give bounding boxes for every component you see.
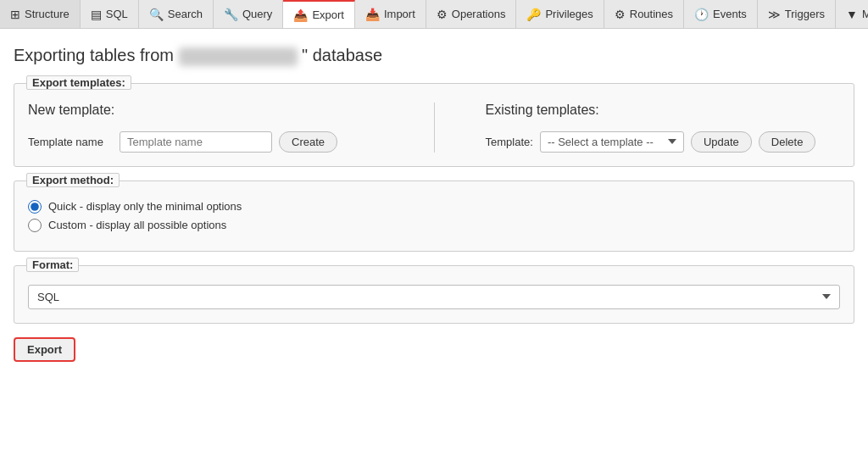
- format-legend: Format:: [26, 258, 79, 272]
- nav-label-export: Export: [312, 8, 344, 21]
- new-template-heading: New template:: [28, 103, 383, 118]
- template-select[interactable]: -- Select a template --: [540, 131, 684, 153]
- export-templates-legend: Export templates:: [26, 75, 131, 90]
- create-button[interactable]: Create: [279, 131, 337, 153]
- custom-option-row: Custom - display all possible options: [28, 219, 840, 232]
- nav-item-more[interactable]: ▼ More: [836, 0, 868, 28]
- export-button[interactable]: Export: [14, 337, 75, 362]
- format-section: Format: SQL CSV XML JSON PDF Excel: [14, 265, 854, 324]
- quick-radio-label: Quick - display only the minimal options: [48, 200, 242, 213]
- nav-label-sql: SQL: [106, 8, 128, 20]
- custom-radio[interactable]: [28, 219, 42, 232]
- export-method-section: Export method: Quick - display only the …: [14, 180, 854, 252]
- export-icon: 📤: [293, 8, 308, 22]
- nav-label-query: Query: [242, 8, 272, 20]
- nav-label-events: Events: [713, 8, 747, 20]
- nav-item-operations[interactable]: ⚙ Operations: [426, 0, 517, 28]
- page-title: Exporting tables from " database: [14, 46, 854, 66]
- nav-item-events[interactable]: 🕐 Events: [684, 0, 758, 28]
- nav-label-operations: Operations: [452, 8, 506, 20]
- existing-templates-col: Existing templates: Template: -- Select …: [486, 103, 841, 153]
- custom-radio-label: Custom - display all possible options: [48, 219, 226, 231]
- nav-label-search: Search: [168, 8, 203, 20]
- more-icon: ▼: [846, 8, 858, 21]
- export-button-container: Export: [14, 337, 854, 362]
- sql-icon: ▤: [91, 8, 102, 21]
- templates-divider: [434, 103, 435, 153]
- triggers-icon: ≫: [768, 8, 781, 21]
- template-select-label: Template:: [486, 136, 533, 148]
- quick-option-row: Quick - display only the minimal options: [28, 200, 840, 214]
- nav-label-more: More: [862, 8, 868, 20]
- nav-item-triggers[interactable]: ≫ Triggers: [758, 0, 836, 28]
- operations-icon: ⚙: [437, 8, 448, 21]
- nav-item-query[interactable]: 🔧 Query: [214, 0, 283, 28]
- privileges-icon: 🔑: [526, 8, 541, 21]
- routines-icon: ⚙: [615, 8, 626, 21]
- format-select[interactable]: SQL CSV XML JSON PDF Excel: [28, 285, 840, 309]
- existing-template-heading: Existing templates:: [486, 103, 841, 118]
- nav-label-import: Import: [384, 8, 415, 20]
- nav-item-structure[interactable]: ⊞ Structure: [0, 0, 81, 28]
- search-icon: 🔍: [149, 8, 164, 21]
- nav-label-routines: Routines: [630, 8, 673, 20]
- query-icon: 🔧: [224, 8, 238, 21]
- db-name-blurred: [179, 47, 298, 66]
- export-method-legend: Export method:: [26, 173, 120, 187]
- nav-item-import[interactable]: 📥 Import: [355, 0, 426, 28]
- nav-item-search[interactable]: 🔍 Search: [139, 0, 214, 28]
- title-prefix: Exporting tables from: [14, 46, 179, 64]
- nav-item-sql[interactable]: ▤ SQL: [81, 0, 139, 28]
- events-icon: 🕐: [694, 8, 709, 21]
- title-suffix: " database: [302, 46, 382, 64]
- top-nav: ⊞ Structure ▤ SQL 🔍 Search 🔧 Query 📤 Exp…: [0, 0, 868, 29]
- update-button[interactable]: Update: [691, 131, 752, 153]
- new-template-col: New template: Template name Create: [28, 103, 383, 153]
- template-name-input[interactable]: [120, 131, 272, 153]
- nav-label-triggers: Triggers: [785, 8, 825, 20]
- nav-label-privileges: Privileges: [545, 8, 593, 20]
- structure-icon: ⊞: [10, 8, 20, 21]
- nav-item-export[interactable]: 📤 Export: [283, 0, 355, 29]
- import-icon: 📥: [365, 8, 380, 21]
- template-name-label: Template name: [28, 136, 113, 148]
- nav-item-routines[interactable]: ⚙ Routines: [604, 0, 684, 28]
- delete-button[interactable]: Delete: [759, 131, 816, 153]
- nav-item-privileges[interactable]: 🔑 Privileges: [516, 0, 604, 28]
- main-content: Exporting tables from " database Export …: [0, 29, 868, 472]
- nav-label-structure: Structure: [25, 8, 70, 20]
- quick-radio[interactable]: [28, 200, 42, 214]
- export-templates-section: Export templates: New template: Template…: [14, 83, 854, 167]
